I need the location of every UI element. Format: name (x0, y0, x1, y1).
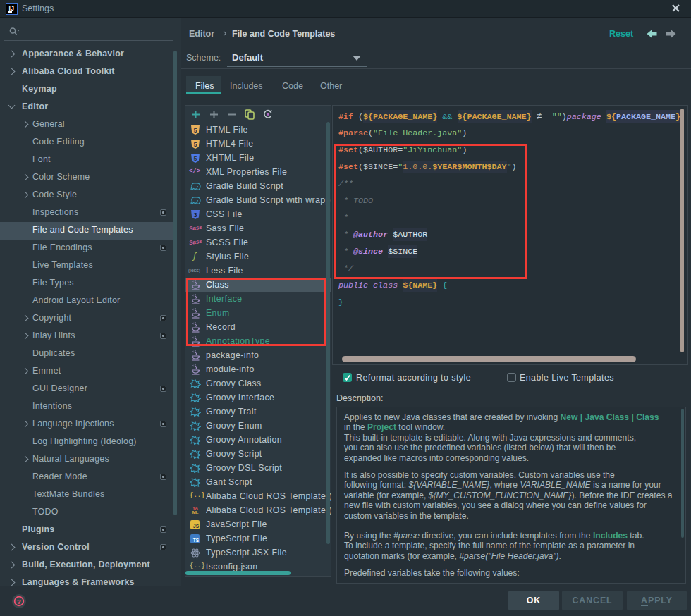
svg-text:5: 5 (193, 127, 197, 134)
svg-text:3: 3 (193, 211, 197, 218)
svg-text:5: 5 (193, 141, 197, 148)
svg-text:?: ? (17, 598, 21, 605)
svg-text:5: 5 (193, 155, 197, 162)
